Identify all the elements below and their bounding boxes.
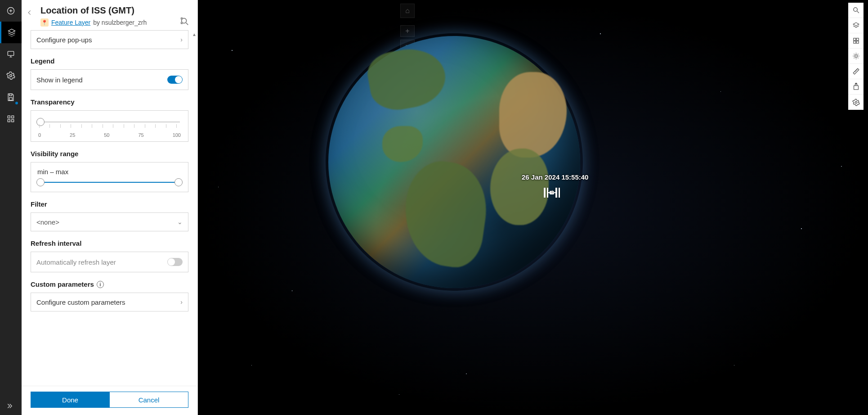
chevron-right-icon: › — [180, 36, 183, 43]
chevron-down-icon: ⌄ — [177, 218, 183, 226]
svg-rect-9 — [9, 98, 13, 100]
auto-refresh-label: Automatically refresh layer — [36, 258, 116, 266]
visibility-minmax-label: min – max — [37, 168, 182, 176]
share-button[interactable] — [848, 79, 864, 95]
panel-header: Location of ISS (GMT) 📍 Feature Layer by… — [22, 0, 197, 30]
rail-add-content[interactable] — [0, 0, 22, 22]
filter-select[interactable]: <none> ⌄ — [31, 212, 188, 231]
rail-presentation[interactable] — [0, 43, 22, 65]
transparency-slider: 0 25 50 75 100 — [31, 110, 188, 142]
svg-line-33 — [855, 70, 856, 71]
rail-apps[interactable] — [0, 108, 22, 130]
show-in-legend-row: Show in legend — [31, 69, 188, 90]
panel-subtitle: 📍 Feature Layer by nsulzberger_zrh — [40, 18, 188, 27]
scroll-up-icon[interactable]: ▲ — [192, 32, 197, 37]
transparency-tick-grid — [39, 124, 180, 128]
configure-custom-params-row[interactable]: Configure custom parameters › — [31, 293, 188, 311]
svg-marker-3 — [8, 29, 15, 33]
svg-rect-12 — [8, 120, 10, 122]
layers-button[interactable] — [848, 18, 864, 33]
legend-section-label: Legend — [31, 57, 188, 65]
rail-expand[interactable] — [0, 397, 22, 415]
svg-rect-35 — [854, 86, 858, 90]
layer-properties-panel: Location of ISS (GMT) 📍 Feature Layer by… — [22, 0, 198, 415]
chevron-right-icon: › — [180, 298, 183, 306]
info-icon[interactable]: i — [97, 281, 104, 288]
svg-rect-21 — [853, 41, 855, 43]
transparency-track[interactable] — [39, 122, 180, 122]
panel-title: Location of ISS (GMT) — [40, 5, 188, 16]
svg-marker-18 — [853, 23, 859, 26]
svg-rect-11 — [12, 116, 14, 118]
svg-rect-20 — [856, 38, 859, 41]
feature-layer-icon: 📍 — [40, 18, 49, 27]
visibility-range: min – max — [31, 162, 188, 192]
daylight-button[interactable] — [848, 49, 864, 64]
svg-rect-22 — [856, 41, 859, 43]
visibility-section-label: Visibility range — [31, 150, 188, 158]
show-in-legend-toggle[interactable] — [167, 76, 183, 84]
done-button[interactable]: Done — [31, 392, 110, 408]
svg-rect-19 — [853, 38, 855, 41]
crosshair-icon: + — [550, 188, 554, 195]
configure-custom-params-label: Configure custom parameters — [36, 298, 125, 306]
svg-point-37 — [855, 101, 857, 103]
svg-line-31 — [854, 58, 854, 58]
cancel-button[interactable]: Cancel — [110, 392, 188, 408]
svg-point-16 — [853, 8, 857, 11]
svg-point-7 — [10, 75, 12, 77]
configure-popups-label: Configure pop-ups — [36, 36, 92, 44]
svg-line-32 — [856, 69, 857, 70]
scene-settings-button[interactable] — [848, 95, 864, 110]
svg-line-28 — [854, 54, 854, 54]
auto-refresh-toggle[interactable] — [167, 258, 183, 266]
visibility-track[interactable] — [40, 182, 179, 183]
zoom-in-button[interactable]: + — [400, 25, 415, 37]
custom-section-label: Custom parameters i — [31, 280, 188, 288]
layer-type-link[interactable]: Feature Layer — [51, 19, 90, 26]
back-button[interactable] — [25, 8, 34, 17]
svg-rect-4 — [8, 51, 13, 55]
svg-point-14 — [182, 18, 187, 23]
transparency-section-label: Transparency — [31, 98, 188, 106]
right-toolbar — [848, 3, 864, 110]
panel-body[interactable]: ▲ Configure pop-ups › Legend Show in leg… — [22, 30, 197, 386]
scene-view[interactable]: ⌂ + − ✥ ⟲ ▲ 26 Jan 2024 15:55:40 + — [198, 0, 868, 415]
measure-button[interactable] — [848, 64, 864, 79]
transparency-ticks: 0 25 50 75 100 — [37, 132, 182, 138]
svg-line-17 — [857, 11, 859, 13]
rail-layers[interactable] — [0, 22, 22, 43]
basemap-button[interactable] — [848, 33, 864, 49]
svg-line-34 — [855, 72, 855, 72]
home-button[interactable]: ⌂ — [400, 4, 415, 18]
show-in-legend-label: Show in legend — [36, 76, 83, 84]
search-button[interactable] — [848, 3, 864, 18]
filter-section-label: Filter — [31, 200, 188, 208]
svg-rect-10 — [8, 116, 10, 118]
rail-settings[interactable] — [0, 65, 22, 86]
rail-save[interactable] — [0, 86, 22, 108]
svg-line-30 — [858, 54, 858, 54]
left-toolbar — [0, 0, 22, 415]
refresh-section-label: Refresh interval — [31, 239, 188, 247]
visibility-thumb-min[interactable] — [36, 178, 45, 186]
svg-line-29 — [858, 58, 858, 58]
svg-point-23 — [855, 55, 857, 58]
by-label: by nsulzberger_zrh — [93, 19, 147, 26]
iss-timestamp-label: 26 Jan 2024 15:55:40 — [522, 173, 588, 181]
svg-line-15 — [186, 23, 188, 25]
visibility-thumb-max[interactable] — [174, 178, 183, 186]
globe[interactable] — [328, 36, 580, 288]
zoom-to-layer-icon[interactable] — [179, 16, 189, 26]
configure-popups-row[interactable]: Configure pop-ups › — [31, 30, 188, 49]
panel-footer: Done Cancel — [22, 386, 197, 415]
filter-value: <none> — [36, 218, 59, 226]
svg-rect-8 — [9, 94, 12, 96]
svg-rect-13 — [12, 120, 14, 122]
auto-refresh-row: Automatically refresh layer — [31, 252, 188, 272]
